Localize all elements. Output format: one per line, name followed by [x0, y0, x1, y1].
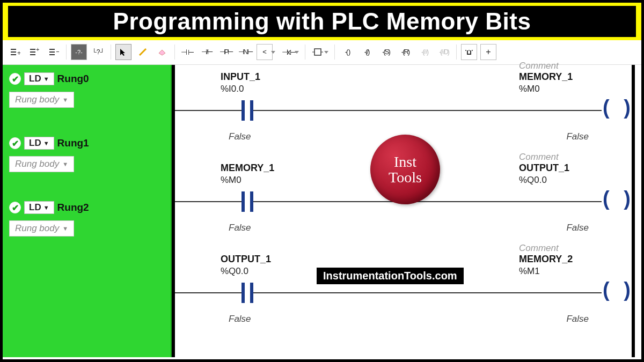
comment-line-icon[interactable]: -?- [71, 44, 87, 60]
output-coil-icon[interactable]: () [602, 282, 632, 303]
insert-rung-above-icon[interactable]: + [26, 44, 42, 60]
falling-edge-icon[interactable]: ⊣N⊢ [237, 44, 253, 60]
no-contact-icon[interactable] [234, 188, 261, 215]
output-label-group: Comment MEMORY_1 %M0 [519, 61, 610, 94]
svg-text:+: + [36, 47, 39, 53]
nc-contact-icon[interactable]: ⊣/⊢ [199, 44, 215, 60]
svg-rect-4 [30, 49, 35, 50]
page-title: Programming with PLC Memory Bits [8, 6, 636, 37]
no-contact-icon[interactable]: ⊣ ⊢ [179, 44, 195, 60]
toolbar-separator [456, 45, 457, 60]
language-selector[interactable]: LD▼ [24, 72, 54, 85]
contact-name: OUTPUT_1 [221, 254, 317, 265]
check-icon: ✔ [9, 202, 21, 213]
title-band: Programming with PLC Memory Bits [3, 3, 641, 40]
neg-coil-icon[interactable]: -(/) [358, 44, 375, 60]
coil-name: OUTPUT_1 [519, 162, 610, 174]
contact-name: INPUT_1 [221, 71, 317, 83]
pointer-icon[interactable] [115, 44, 131, 60]
comment-block-icon[interactable]: └?┘ [90, 44, 106, 60]
num-coil-icon[interactable]: -(#) [416, 44, 433, 60]
svg-point-20 [469, 50, 470, 51]
draw-line-icon[interactable] [135, 44, 151, 60]
toolbar-separator [305, 45, 305, 60]
coil-address: %Q0.0 [519, 175, 610, 186]
coil-name: MEMORY_1 [519, 71, 610, 83]
rung-header[interactable]: ✔ LD▼ Rung1 [9, 137, 165, 150]
svg-rect-9 [49, 51, 55, 53]
contact-name: MEMORY_1 [221, 162, 317, 174]
logo-line1: Inst [394, 154, 416, 169]
language-selector[interactable]: LD▼ [24, 201, 54, 214]
toolbar-separator [334, 45, 335, 60]
svg-rect-13 [314, 49, 321, 55]
input-label-group: INPUT_1 %I0.0 [221, 71, 317, 94]
insert-rung-icon[interactable]: + [7, 44, 23, 60]
numd-coil-icon[interactable]: -(#D) [436, 44, 452, 60]
site-banner: InstrumentationTools.com [317, 268, 464, 284]
coil-icon[interactable]: -( ) [339, 44, 355, 60]
output-coil-icon[interactable]: () [602, 190, 632, 212]
svg-point-19 [465, 50, 466, 51]
svg-rect-8 [49, 49, 55, 50]
expand-icon[interactable]: + [480, 44, 496, 60]
contact-state: False [229, 314, 251, 324]
rising-edge-icon[interactable]: ⊣P⊢ [218, 44, 234, 60]
coil-state: False [566, 223, 589, 233]
rung-name: Rung1 [57, 137, 89, 149]
contact-state: False [229, 223, 251, 233]
svg-rect-17 [467, 50, 468, 55]
coil-address: %M1 [519, 266, 610, 277]
no-contact-icon[interactable] [234, 97, 261, 124]
input-label-group: OUTPUT_1 %Q0.0 [221, 254, 317, 277]
logo-line2: Tools [389, 169, 422, 185]
function-block-icon[interactable] [310, 44, 326, 60]
svg-rect-6 [30, 54, 35, 55]
rung-name: Rung2 [57, 202, 89, 213]
svg-rect-0 [11, 49, 16, 50]
compare-contact-icon[interactable]: < [257, 44, 273, 60]
svg-rect-2 [11, 54, 16, 55]
rung-body-button[interactable]: Rung body▼ [9, 220, 74, 237]
ladder-editor[interactable]: INPUT_1 %I0.0 False Comment MEMORY_1 %M0… [172, 65, 641, 357]
eraser-icon[interactable] [154, 44, 170, 60]
output-coil-icon[interactable]: () [602, 99, 632, 121]
rung-header[interactable]: ✔ LD▼ Rung2 [9, 201, 165, 214]
rung-name: Rung0 [57, 73, 89, 85]
rung-body-button[interactable]: Rung body▼ [9, 156, 74, 172]
contact-address: %I0.0 [221, 84, 317, 94]
svg-text:+: + [17, 49, 20, 57]
rung-header[interactable]: ✔ LD▼ Rung0 [9, 72, 165, 85]
comment-label: Comment [519, 61, 610, 71]
svg-rect-1 [11, 51, 16, 53]
workspace: ✔ LD▼ Rung0 Rung body▼ ✔ LD▼ Rung1 Rung … [3, 65, 641, 357]
svg-text:−: − [56, 47, 59, 56]
brand-logo: Inst Tools [370, 135, 440, 204]
svg-rect-5 [30, 51, 35, 53]
coil-state: False [566, 131, 589, 142]
rung-body-button[interactable]: Rung body▼ [9, 92, 74, 108]
xor-contact-icon[interactable]: ⊣x⊢ [280, 44, 296, 60]
coil-name: MEMORY_2 [519, 254, 610, 265]
power-rail-right [632, 65, 635, 357]
check-icon: ✔ [9, 73, 21, 85]
delete-rung-icon[interactable]: − [46, 44, 62, 60]
rung-block: ✔ LD▼ Rung1 Rung body▼ [3, 124, 171, 188]
rung-sidebar: ✔ LD▼ Rung0 Rung body▼ ✔ LD▼ Rung1 Rung … [3, 65, 172, 357]
language-selector[interactable]: LD▼ [24, 137, 54, 150]
no-contact-icon[interactable] [234, 279, 261, 306]
reset-coil-icon[interactable]: -(R) [397, 44, 413, 60]
comment-label: Comment [519, 243, 610, 254]
output-label-group: Comment MEMORY_2 %M1 [519, 243, 610, 277]
set-coil-icon[interactable]: -(S) [378, 44, 394, 60]
coil-address: %M0 [519, 84, 610, 94]
contact-address: %M0 [221, 175, 317, 186]
contact-state: False [229, 131, 251, 142]
branch-icon[interactable] [461, 44, 477, 60]
svg-point-21 [472, 50, 473, 51]
svg-line-12 [140, 49, 146, 55]
svg-rect-18 [470, 50, 471, 55]
app-frame: Programming with PLC Memory Bits + + − -… [0, 0, 644, 362]
rung-block: ✔ LD▼ Rung2 Rung body▼ [3, 188, 171, 253]
toolbar-separator [174, 45, 175, 60]
